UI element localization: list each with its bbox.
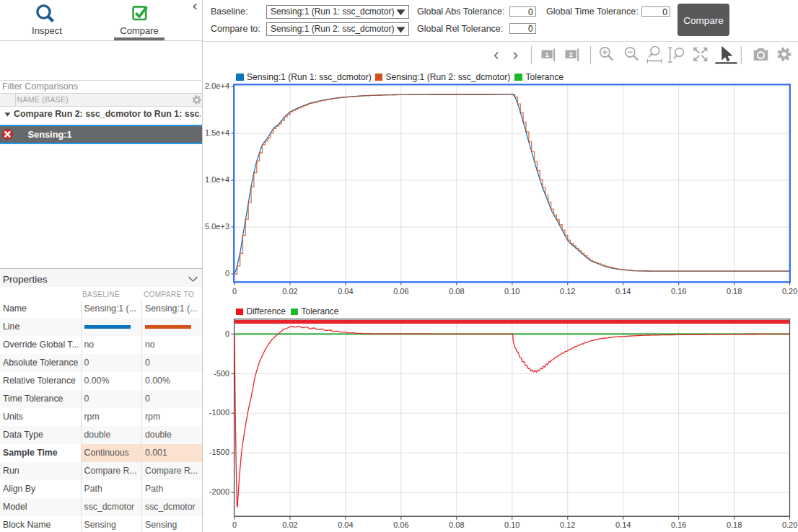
svg-text:2: 2 bbox=[569, 50, 572, 58]
svg-text:1: 1 bbox=[545, 50, 549, 58]
